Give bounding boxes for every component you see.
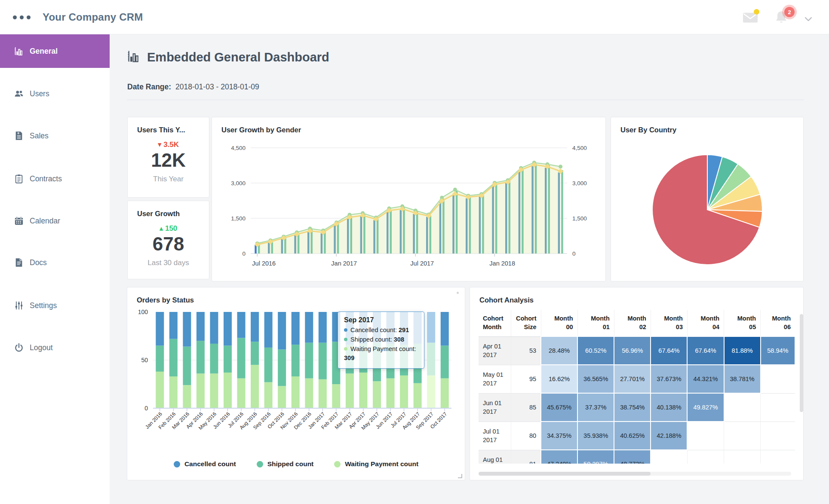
cohort-value-cell: 47.249% — [541, 450, 577, 464]
svg-text:0: 0 — [242, 250, 246, 257]
sidebar-item-logout[interactable]: Logout — [0, 338, 110, 357]
sidebar-item-label: Users — [30, 89, 49, 98]
legend-swatch — [174, 461, 180, 467]
user-growth-by-gender-chart[interactable]: 4,5004,5003,0003,0001,5001,50000Jul 2016… — [219, 137, 597, 277]
cohort-value-cell: 50.297% — [577, 450, 614, 464]
menu-icon[interactable] — [13, 15, 31, 19]
cohort-row: Apr 01 20175328.48%60.52%56.96%67.64%67.… — [479, 336, 795, 365]
main-content: Embedded General Dashboard Date Range:20… — [110, 34, 829, 504]
user-menu-chevron-icon[interactable] — [805, 15, 812, 19]
card-options-icon[interactable] — [457, 292, 459, 294]
cohort-value-cell: 67.64% — [651, 336, 687, 365]
legend-label: Waiting Payment count — [345, 460, 418, 468]
cohort-value-cell: 56.96% — [614, 336, 651, 365]
cohort-value-cell: 35.938% — [577, 422, 614, 450]
svg-text:1,500: 1,500 — [572, 215, 587, 222]
cohort-value-cell: 42.188% — [651, 422, 687, 450]
svg-text:0: 0 — [572, 250, 576, 257]
svg-text:4,500: 4,500 — [572, 145, 587, 151]
cohort-column-header: Month 03 — [651, 310, 687, 336]
logout-icon — [14, 343, 24, 352]
sidebar-item-general[interactable]: General — [0, 34, 110, 68]
user-growth-by-gender-card: User Growth by Gender 4,5004,5003,0003,0… — [212, 117, 606, 281]
cohort-value-cell: 37.37% — [577, 393, 614, 422]
stat-delta: ▴ 150 — [128, 224, 209, 233]
cohort-value-cell — [687, 422, 724, 450]
legend-item-cancelled-count[interactable]: Cancelled count — [174, 460, 236, 468]
cohort-value-cell — [651, 450, 687, 464]
cohort-value-cell: 34.375% — [541, 422, 577, 450]
sidebar-item-label: Docs — [30, 258, 47, 267]
cohort-size-cell: 53 — [511, 336, 541, 365]
cohort-column-header: Month 06 — [761, 310, 795, 336]
tooltip-item: Shipped count: 308 — [344, 335, 418, 345]
sidebar-item-users[interactable]: Users — [0, 84, 110, 104]
sidebar-item-calendar[interactable]: Calendar — [0, 211, 110, 231]
sidebar-item-contracts[interactable]: Contracts — [0, 169, 110, 189]
cohort-value-cell: 58.94% — [761, 336, 795, 365]
resize-handle[interactable] — [458, 474, 462, 478]
cohort-value-cell — [761, 365, 795, 393]
cohort-size-cell: 95 — [511, 365, 541, 393]
dashboard-icon — [127, 50, 140, 64]
stat-delta: ▾ 3.5K — [128, 140, 209, 149]
stat-card-user-growth: User Growth ▴ 150 678 Last 30 days — [127, 201, 209, 279]
orders-by-status-card: Orders by Status 100500Jan 2016Feb 2016M… — [127, 287, 465, 480]
svg-text:100: 100 — [138, 309, 148, 315]
cohort-column-header: Month 04 — [687, 310, 724, 336]
cohort-table: Cohort MonthCohort SizeMonth 00Month 01M… — [479, 310, 795, 464]
sidebar-item-label: General — [30, 47, 58, 56]
cohort-value-cell: 60.52% — [577, 336, 614, 365]
cohort-table-container: Cohort MonthCohort SizeMonth 00Month 01M… — [479, 310, 795, 464]
cohort-month-cell: Jul 01 2017 — [479, 422, 511, 450]
vertical-scrollbar[interactable] — [800, 306, 803, 464]
cohort-value-cell: 67.64% — [687, 336, 724, 365]
cohort-value-cell: 44.321% — [687, 365, 724, 393]
svg-text:Jul 2017: Jul 2017 — [410, 260, 434, 267]
stat-value: 12K — [128, 150, 209, 171]
cohort-value-cell: 16.62% — [541, 365, 577, 393]
cohort-month-cell: Jun 01 2017 — [479, 393, 511, 422]
legend-item-shipped-count[interactable]: Shipped count — [257, 460, 314, 468]
cohort-value-cell: 45.675% — [541, 393, 577, 422]
date-range: Date Range:2018-01-03 - 2018-01-09 — [127, 82, 259, 92]
cohort-row: Jun 01 20178545.675%37.37%38.754%40.138%… — [479, 393, 795, 422]
tooltip-item: Waiting Payment count: 309 — [344, 345, 418, 363]
sidebar-item-label: Logout — [30, 343, 53, 352]
cohort-value-cell: 38.781% — [724, 365, 761, 393]
cohort-value-cell: 40.625% — [614, 422, 651, 450]
cohort-month-cell: May 01 2017 — [479, 365, 511, 393]
sidebar-item-docs[interactable]: Docs — [0, 253, 110, 272]
cohort-value-cell: 38.754% — [614, 393, 651, 422]
docs-icon — [14, 258, 24, 267]
svg-text:3,000: 3,000 — [231, 180, 246, 186]
orders-legend: Cancelled countShipped countWaiting Paym… — [127, 460, 465, 468]
contracts-icon — [14, 174, 24, 183]
svg-text:0: 0 — [144, 405, 148, 412]
sidebar-item-sales[interactable]: Sales — [0, 126, 110, 146]
legend-item-waiting-payment-count[interactable]: Waiting Payment count — [334, 460, 418, 468]
cohort-value-cell: 37.673% — [651, 365, 687, 393]
cohort-value-cell — [724, 393, 761, 422]
sidebar-item-settings[interactable]: Settings — [0, 296, 110, 315]
legend-swatch — [334, 461, 341, 467]
svg-text:4,500: 4,500 — [231, 145, 246, 151]
legend-label: Shipped count — [267, 460, 314, 468]
svg-text:Jul 2016: Jul 2016 — [252, 260, 276, 267]
cohort-column-header: Month 00 — [541, 310, 577, 336]
sidebar-item-label: Calendar — [30, 217, 60, 226]
mail-icon[interactable] — [743, 12, 758, 23]
cohort-row: Jul 01 20178034.375%35.938%40.625%42.188… — [479, 422, 795, 450]
horizontal-scrollbar[interactable] — [479, 472, 791, 476]
cohort-row: May 01 20179516.62%36.565%27.701%37.673%… — [479, 365, 795, 393]
cohort-value-cell: 81.88% — [724, 336, 761, 365]
user-by-country-pie-chart[interactable] — [615, 136, 800, 278]
stat-caption: Last 30 days — [128, 259, 209, 267]
stat-card-title: User Growth — [128, 201, 209, 218]
app-header: Your Company CRM 2 — [0, 0, 829, 34]
sidebar-item-label: Contracts — [30, 174, 62, 183]
notifications-bell-icon[interactable]: 2 — [775, 10, 788, 24]
chart-title: Orders by Status — [127, 287, 465, 304]
cohort-column-header: Month 01 — [577, 310, 614, 336]
cohort-value-cell: 48.773% — [614, 450, 651, 464]
